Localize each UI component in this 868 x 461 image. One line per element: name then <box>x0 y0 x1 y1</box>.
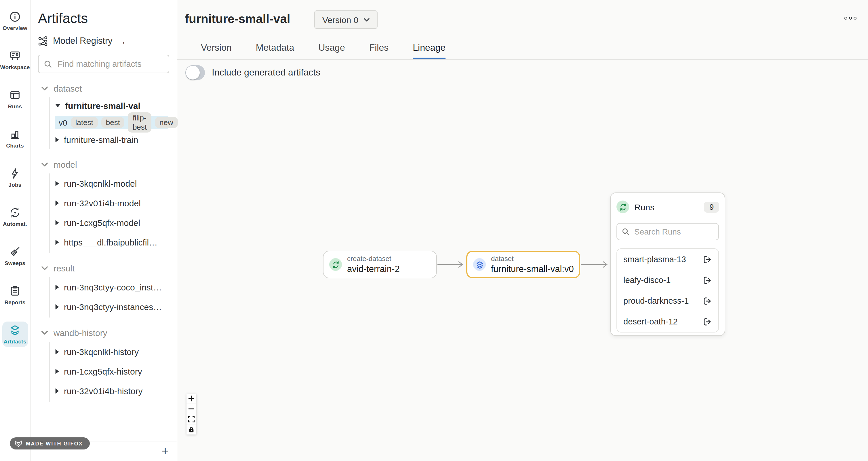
tree-item-furniture-small-train[interactable]: furniture-small-train <box>50 131 169 148</box>
tree-item-run-1cxg5qfx-model[interactable]: run-1cxg5qfx-model <box>50 213 169 232</box>
nav-item-automations[interactable]: Automat. <box>2 204 28 229</box>
run-row-proud-darkness-1[interactable]: proud-darkness-1 <box>617 290 718 311</box>
tab-usage[interactable]: Usage <box>318 37 345 59</box>
tree-item-run-3kqcnlkl-history[interactable]: run-3kqcnlkl-history <box>50 342 169 361</box>
node-name: avid-terrain-2 <box>347 263 400 275</box>
triangle-right-icon <box>55 284 59 290</box>
model-registry-icon <box>38 36 48 46</box>
nav-item-jobs[interactable]: Jobs <box>2 165 28 190</box>
runs-search-input[interactable] <box>633 227 714 237</box>
tree-item-run-3nq3ctyy-coco-inst[interactable]: run-3nq3ctyy-coco_inst… <box>50 277 169 297</box>
run-row-smart-plasma-13[interactable]: smart-plasma-13 <box>617 249 718 270</box>
nav-label: Overview <box>3 25 27 31</box>
toggle-label: Include generated artifacts <box>212 67 320 78</box>
automation-cycle-icon <box>9 206 21 219</box>
nav-label: Workspace <box>0 64 30 70</box>
nav-item-overview[interactable]: Overview <box>2 8 28 33</box>
tree-item-run-1cxg5qfx-history[interactable]: run-1cxg5qfx-history <box>50 361 169 381</box>
open-run-icon[interactable] <box>702 296 712 306</box>
runs-panel: Runs 9 smart-plasma-13 leafy-disco-1 pro… <box>610 193 725 336</box>
clipboard-icon <box>9 285 21 297</box>
tree-section-dataset[interactable]: dataset <box>38 82 169 94</box>
chevron-down-icon <box>41 86 48 91</box>
zoom-in-button[interactable] <box>186 394 196 403</box>
triangle-right-icon <box>55 137 59 142</box>
triangle-right-icon <box>55 388 59 393</box>
artifact-search-box <box>38 55 169 73</box>
node-type-label: create-dataset <box>347 255 400 263</box>
lock-button[interactable] <box>186 425 196 434</box>
run-name: smart-plasma-13 <box>623 255 686 264</box>
tab-lineage[interactable]: Lineage <box>413 37 445 59</box>
node-type-label: dataset <box>491 255 574 263</box>
tree-item-run-3nq3ctyy-instances[interactable]: run-3nq3ctyy-instances… <box>50 297 169 316</box>
tree-item-run-32v01i4b-model[interactable]: run-32v01i4b-model <box>50 193 169 213</box>
left-nav-rail: Overview Workspace Runs Charts Jobs Auto… <box>0 0 31 461</box>
version-row-v0[interactable]: v0 latest best filip-best new <box>55 116 168 129</box>
tree-item-https-dl-fbaipublicfil[interactable]: https___dl.fbaipublicfil… <box>50 232 169 252</box>
run-row-desert-oath-12[interactable]: desert-oath-12 <box>617 311 718 332</box>
more-options-button[interactable] <box>844 17 857 20</box>
version-dropdown-label: Version 0 <box>322 15 358 25</box>
artifact-name: run-1cxg5qfx-model <box>64 218 140 227</box>
search-icon <box>622 228 630 236</box>
version-dropdown-button[interactable]: Version 0 <box>314 10 377 29</box>
run-name: leafy-disco-1 <box>623 276 671 285</box>
artifact-search-input[interactable] <box>56 59 163 69</box>
artifact-name: run-3nq3ctyy-instances… <box>64 302 162 312</box>
nav-item-reports[interactable]: Reports <box>2 282 28 308</box>
search-icon <box>44 60 52 68</box>
tree-item-run-32v01i4b-history[interactable]: run-32v01i4b-history <box>50 381 169 401</box>
bar-chart-icon <box>9 128 21 141</box>
nav-label: Runs <box>8 103 22 110</box>
tab-version[interactable]: Version <box>201 37 232 59</box>
tree-section-result[interactable]: result <box>38 262 169 274</box>
section-label: wandb-history <box>54 327 107 337</box>
runs-panel-header: Runs 9 <box>617 200 719 214</box>
lineage-edge <box>581 260 611 268</box>
artifacts-sidebar: Artifacts Model Registry → dataset <box>31 0 177 461</box>
triangle-right-icon <box>55 369 59 374</box>
add-artifact-button[interactable]: + <box>159 444 172 457</box>
runs-search-box <box>617 223 719 240</box>
nav-item-charts[interactable]: Charts <box>2 126 28 151</box>
version-label: v0 <box>59 118 67 127</box>
open-run-icon[interactable] <box>702 254 712 264</box>
zoom-out-button[interactable] <box>186 404 196 414</box>
nav-item-workspace[interactable]: Workspace <box>2 47 28 73</box>
open-run-icon[interactable] <box>702 317 712 326</box>
include-generated-artifacts-toggle[interactable] <box>185 65 205 80</box>
runs-panel-title: Runs <box>634 202 654 212</box>
artifact-name: https___dl.fbaipublicfil… <box>64 237 157 247</box>
nav-label: Reports <box>4 299 25 306</box>
lineage-node-create-dataset[interactable]: create-dataset avid-terrain-2 <box>323 251 437 278</box>
model-registry-link[interactable]: Model Registry → <box>38 36 169 46</box>
artifact-name: furniture-small-val <box>65 101 141 111</box>
fit-view-button[interactable] <box>186 414 196 424</box>
tree-section-wandb-history[interactable]: wandb-history <box>38 326 169 339</box>
triangle-right-icon <box>55 239 59 244</box>
tag-best: best <box>101 117 125 128</box>
tag-latest: latest <box>71 117 98 128</box>
nav-item-artifacts[interactable]: Artifacts <box>2 321 28 347</box>
section-label: result <box>54 263 74 273</box>
nav-item-sweeps[interactable]: Sweeps <box>2 243 28 268</box>
tree-section-model[interactable]: model <box>38 158 169 171</box>
nav-item-runs[interactable]: Runs <box>2 86 28 112</box>
triangle-right-icon <box>55 181 59 186</box>
runs-table-icon <box>9 89 21 102</box>
tab-files[interactable]: Files <box>369 37 389 59</box>
chevron-down-icon <box>41 162 48 167</box>
lineage-node-dataset-furniture-small-val-v0[interactable]: dataset furniture-small-val:v0 <box>466 251 580 278</box>
tree-item-furniture-small-val[interactable]: furniture-small-val <box>50 97 169 114</box>
run-name: desert-oath-12 <box>623 317 678 326</box>
include-generated-artifacts-row: Include generated artifacts <box>185 65 320 80</box>
tab-metadata[interactable]: Metadata <box>256 37 294 59</box>
runs-count-badge: 9 <box>704 201 719 212</box>
run-sync-icon <box>617 201 629 213</box>
run-row-leafy-disco-1[interactable]: leafy-disco-1 <box>617 270 718 290</box>
artifacts-layers-icon <box>9 324 21 337</box>
open-run-icon[interactable] <box>702 275 712 285</box>
caret-down-icon <box>364 18 369 22</box>
tree-item-run-3kqcnlkl-model[interactable]: run-3kqcnlkl-model <box>50 173 169 193</box>
